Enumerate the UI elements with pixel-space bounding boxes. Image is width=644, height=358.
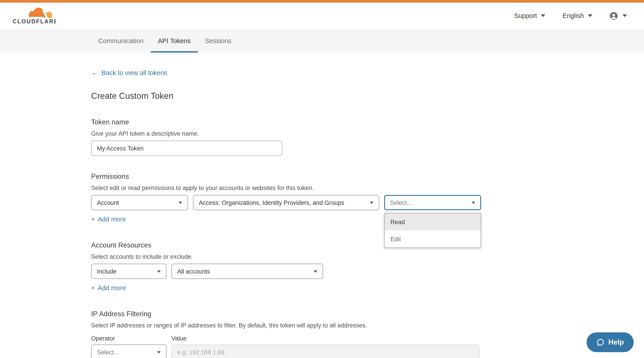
value-label: Value — [172, 335, 480, 342]
plus-icon: + — [91, 215, 95, 223]
svg-text:CLOUDFLARE: CLOUDFLARE — [12, 18, 56, 25]
chevron-down-icon — [157, 351, 161, 353]
top-accent-bar — [0, 0, 644, 3]
header-right: Support English — [514, 12, 627, 20]
account-resources-heading: Account Resources — [91, 241, 644, 249]
account-resources-add-more-button[interactable]: + Add more — [91, 284, 126, 291]
account-resources-row: Include All accounts — [91, 264, 644, 279]
account-resources-description: Select accounts to include or exclude. — [91, 253, 644, 260]
chevron-down-icon — [157, 270, 161, 272]
operator-label: Operator — [91, 335, 166, 342]
ip-filtering-row: Select... — [91, 344, 644, 358]
permission-level-select-wrap: Select... Read Edit — [384, 195, 481, 210]
chevron-down-icon — [370, 201, 374, 204]
chevron-down-icon — [588, 14, 592, 17]
add-more-label: Add more — [98, 215, 126, 223]
back-arrow-icon: ← — [91, 69, 98, 76]
resource-mode-value: Include — [97, 268, 116, 275]
chevron-down-icon — [472, 201, 475, 204]
chevron-down-icon — [314, 270, 317, 272]
token-name-heading: Token name — [91, 118, 644, 126]
token-name-description: Give your API token a descriptive name. — [91, 130, 644, 137]
account-menu[interactable] — [610, 12, 627, 20]
permissions-add-more-button[interactable]: + Add more — [91, 215, 126, 223]
permission-group-select[interactable]: Access: Organizations, Identity Provider… — [193, 195, 379, 210]
help-button-label: Help — [608, 338, 624, 346]
ip-filtering-description: Select IP addresses or ranges of IP addr… — [91, 322, 644, 329]
chat-bubble-icon — [596, 338, 604, 346]
cloudflare-logo-icon: CLOUDFLARE — [12, 7, 56, 25]
permission-group-value: Access: Organizations, Identity Provider… — [199, 199, 344, 206]
chevron-down-icon — [541, 14, 546, 17]
resource-mode-select[interactable]: Include — [91, 264, 166, 279]
tab-label: API Tokens — [158, 37, 191, 44]
profile-tabbar: Communication API Tokens Sessions — [0, 29, 644, 53]
ip-filtering-labels: Operator Value — [91, 335, 644, 342]
language-menu[interactable]: English — [562, 12, 592, 19]
plus-icon: + — [91, 284, 95, 291]
menu-option-edit[interactable]: Edit — [384, 230, 481, 247]
language-label: English — [562, 12, 584, 19]
help-button[interactable]: Help — [586, 332, 634, 352]
permission-level-placeholder: Select... — [390, 199, 412, 206]
back-link-label: Back to view all tokens — [102, 69, 167, 76]
ip-filtering-heading: IP Address Filtering — [91, 310, 644, 318]
tab-sessions[interactable]: Sessions — [198, 29, 239, 53]
support-label: Support — [514, 12, 537, 19]
ip-operator-select[interactable]: Select... — [91, 344, 166, 358]
resource-accounts-select[interactable]: All accounts — [172, 264, 323, 279]
page-title: Create Custom Token — [91, 91, 644, 101]
ip-value-input[interactable] — [172, 344, 480, 358]
header: CLOUDFLARE Support English — [0, 3, 644, 29]
cloudflare-logo[interactable]: CLOUDFLARE — [12, 7, 56, 25]
token-name-input[interactable] — [91, 141, 282, 156]
permission-level-menu: Read Edit — [384, 213, 481, 248]
chevron-down-icon — [622, 14, 627, 17]
permission-scope-value: Account — [97, 199, 119, 206]
main-content: ← Back to view all tokens Create Custom … — [0, 53, 644, 358]
resource-accounts-value: All accounts — [177, 268, 210, 275]
permission-level-select[interactable]: Select... — [384, 195, 481, 210]
back-to-tokens-link[interactable]: ← Back to view all tokens — [91, 69, 167, 76]
support-menu[interactable]: Support — [514, 12, 546, 19]
menu-option-read[interactable]: Read — [384, 213, 481, 230]
permission-scope-select[interactable]: Account — [91, 195, 188, 210]
user-avatar-icon — [610, 12, 618, 20]
permissions-heading: Permissions — [91, 172, 644, 181]
tab-communication[interactable]: Communication — [91, 29, 151, 53]
permissions-row: Account Access: Organizations, Identity … — [91, 195, 644, 210]
tab-label: Sessions — [205, 37, 232, 44]
add-more-label: Add more — [98, 284, 126, 291]
app-viewport: CLOUDFLARE Support English — [0, 0, 644, 358]
ip-operator-placeholder: Select... — [97, 349, 119, 355]
tab-api-tokens[interactable]: API Tokens — [151, 29, 198, 53]
tab-label: Communication — [98, 37, 144, 44]
permissions-description: Select edit or read permissions to apply… — [91, 185, 644, 191]
chevron-down-icon — [178, 201, 182, 204]
